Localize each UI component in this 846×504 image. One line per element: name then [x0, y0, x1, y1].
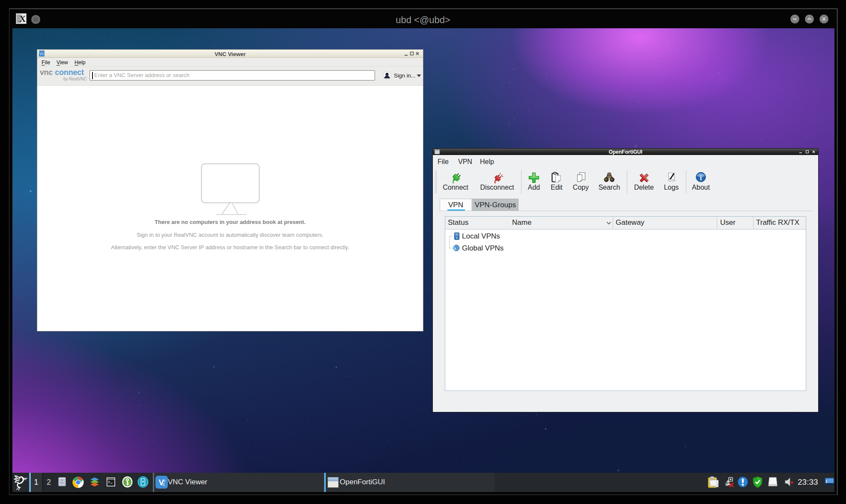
svg-text:c: c [163, 482, 165, 487]
svg-text:X: X [19, 14, 26, 24]
svg-text:i: i [700, 174, 702, 182]
